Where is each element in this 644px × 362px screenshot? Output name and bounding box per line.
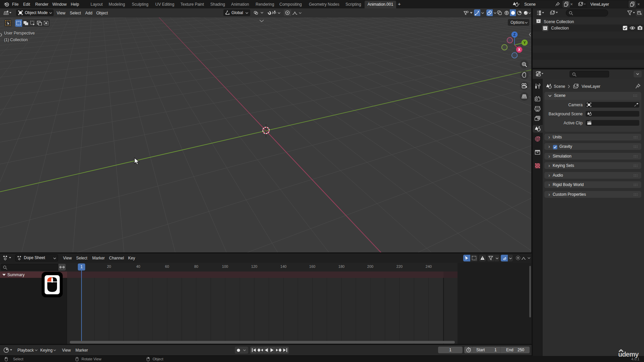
svg-text:X: X xyxy=(518,48,520,52)
svg-text:Y: Y xyxy=(523,41,526,45)
svg-text:Z: Z xyxy=(514,33,516,37)
